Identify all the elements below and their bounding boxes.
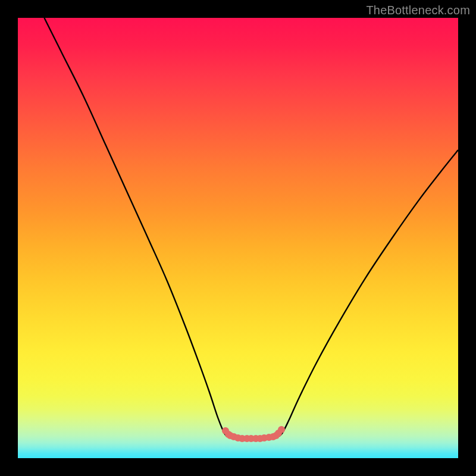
watermark-text: TheBottleneck.com	[366, 4, 470, 17]
chart-stage: TheBottleneck.com	[0, 0, 476, 476]
plot-area	[18, 18, 458, 458]
marker-layer	[18, 18, 458, 458]
bottleneck-marker	[278, 426, 285, 433]
